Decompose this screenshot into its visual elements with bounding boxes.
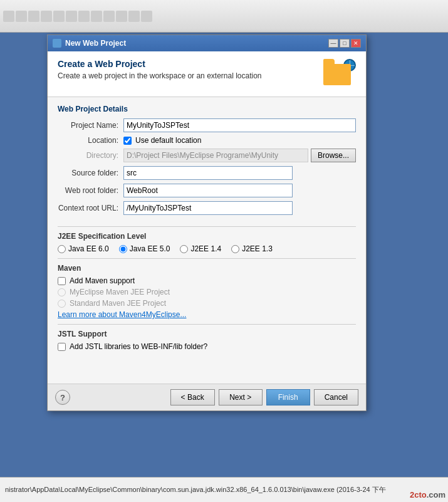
web-root-label: Web root folder: xyxy=(58,186,123,195)
cancel-button[interactable]: Cancel xyxy=(314,389,358,405)
standard-maven-row: Standard Maven JEE Project xyxy=(58,299,356,308)
toolbar-icon-2[interactable] xyxy=(16,11,27,22)
location-row: Location: Use default location xyxy=(58,136,356,145)
j2ee-label-j2ee14: J2EE 1.4 xyxy=(190,244,221,253)
web-root-input[interactable] xyxy=(123,184,293,197)
jstl-section-title: JSTL Support xyxy=(58,330,356,338)
toolbar-icon-10[interactable] xyxy=(116,11,127,22)
add-maven-label: Add Maven support xyxy=(70,276,135,285)
maven-section-title: Maven xyxy=(58,264,356,273)
dialog-footer: ? < Back Next > Finish Cancel xyxy=(48,384,366,410)
toolbar-icon-11[interactable] xyxy=(128,11,140,22)
toolbar xyxy=(0,0,448,33)
dialog-header-title: Create a Web Project xyxy=(58,59,262,69)
add-maven-checkbox[interactable] xyxy=(58,277,66,285)
context-root-row: Context root URL: xyxy=(58,201,356,215)
project-name-label: Project Name: xyxy=(58,121,123,130)
jstl-section: JSTL Support Add JSTL libraries to WEB-I… xyxy=(48,325,366,358)
toolbar-icon-8[interactable] xyxy=(91,11,102,22)
minimize-button[interactable]: — xyxy=(328,39,338,48)
footer-right: < Back Next > Finish Cancel xyxy=(170,389,358,405)
source-folder-row: Source folder: xyxy=(58,166,356,180)
myeclipse-maven-row: MyEclipse Maven JEE Project xyxy=(58,288,356,296)
j2ee-radio-j2ee13[interactable] xyxy=(231,245,239,253)
next-button[interactable]: Next > xyxy=(219,389,263,405)
dialog-title: New Web Project xyxy=(53,39,126,48)
finish-button[interactable]: Finish xyxy=(266,389,310,405)
standard-maven-label: Standard Maven JEE Project xyxy=(70,299,166,308)
new-web-project-dialog: New Web Project — □ ✕ Create a Web Proje… xyxy=(47,34,367,411)
myeclipse-maven-label: MyEclipse Maven JEE Project xyxy=(70,288,170,296)
toolbar-icon-1[interactable] xyxy=(3,11,14,22)
j2ee-option-ee5[interactable]: Java EE 5.0 xyxy=(119,244,170,253)
browse-button[interactable]: Browse... xyxy=(311,149,356,162)
web-root-row: Web root folder: xyxy=(58,184,356,197)
toolbar-icon-3[interactable] xyxy=(28,11,39,22)
back-button[interactable]: < Back xyxy=(170,389,215,405)
add-maven-row: Add Maven support xyxy=(58,276,356,285)
j2ee-section: J2EE Specification Level Java EE 6.0 Jav… xyxy=(48,227,366,258)
standard-maven-radio[interactable] xyxy=(58,300,66,308)
learn-more-link[interactable]: Learn more about Maven4MyEclipse... xyxy=(58,310,186,319)
j2ee-option-j2ee13[interactable]: J2EE 1.3 xyxy=(231,244,273,253)
directory-input-group: Browse... xyxy=(123,149,356,162)
use-default-label: Use default location xyxy=(135,136,201,145)
toolbar-icon-9[interactable] xyxy=(103,11,115,22)
dialog-title-icon xyxy=(53,39,61,48)
web-project-details-title: Web Project Details xyxy=(58,105,356,113)
project-name-input[interactable] xyxy=(123,118,356,132)
maven-section: Maven Add Maven support MyEclipse Maven … xyxy=(48,259,366,324)
j2ee-radio-j2ee14[interactable] xyxy=(180,245,188,253)
context-root-input[interactable] xyxy=(123,201,293,215)
toolbar-icon-12[interactable] xyxy=(141,11,152,22)
watermark-text: 2cto xyxy=(410,490,427,499)
toolbar-icon-4[interactable] xyxy=(41,11,52,22)
form-section: Web Project Details Project Name: Locati… xyxy=(48,97,366,226)
add-jstl-row: Add JSTL libraries to WEB-INF/lib folder… xyxy=(58,342,356,351)
j2ee-option-ee6[interactable]: Java EE 6.0 xyxy=(58,244,109,253)
watermark: 2cto.com xyxy=(410,488,445,501)
toolbar-icon-6[interactable] xyxy=(66,11,77,22)
statusbar: nistrator\AppData\Local\MyEclipse\Common… xyxy=(0,477,448,502)
project-name-row: Project Name: xyxy=(58,118,356,132)
j2ee-label-ee6: Java EE 6.0 xyxy=(68,244,109,253)
j2ee-section-title: J2EE Specification Level xyxy=(58,232,356,241)
use-default-checkbox[interactable] xyxy=(123,137,132,145)
titlebar-buttons: — □ ✕ xyxy=(328,39,361,48)
dialog-title-text: New Web Project xyxy=(65,39,126,48)
statusbar-path: nistrator\AppData\Local\MyEclipse\Common… xyxy=(5,485,386,494)
j2ee-label-j2ee13: J2EE 1.3 xyxy=(242,244,273,253)
context-root-label: Context root URL: xyxy=(58,204,123,212)
add-jstl-label: Add JSTL libraries to WEB-INF/lib folder… xyxy=(70,342,207,351)
source-folder-input[interactable] xyxy=(123,166,293,180)
directory-input xyxy=(123,149,308,162)
dialog-titlebar: New Web Project — □ ✕ xyxy=(48,35,366,51)
source-folder-label: Source folder: xyxy=(58,169,123,177)
help-button[interactable]: ? xyxy=(55,390,70,405)
dialog-header: Create a Web Project Create a web projec… xyxy=(48,51,366,97)
use-default-location-row: Use default location xyxy=(123,136,201,145)
location-label: Location: xyxy=(58,136,123,145)
footer-left: ? xyxy=(55,390,70,405)
watermark-suffix: .com xyxy=(427,490,445,499)
dialog-header-text: Create a Web Project Create a web projec… xyxy=(58,59,262,80)
myeclipse-maven-radio[interactable] xyxy=(58,288,66,296)
add-jstl-checkbox[interactable] xyxy=(58,343,66,351)
directory-row: Directory: Browse... xyxy=(58,149,356,162)
toolbar-icon-5[interactable] xyxy=(53,11,65,22)
header-icon xyxy=(323,59,356,89)
j2ee-radio-group: Java EE 6.0 Java EE 5.0 J2EE 1.4 J2EE 1.… xyxy=(58,244,356,253)
dialog-header-subtitle: Create a web project in the workspace or… xyxy=(58,71,262,80)
folder-icon xyxy=(323,64,351,85)
j2ee-option-j2ee14[interactable]: J2EE 1.4 xyxy=(180,244,221,253)
j2ee-label-ee5: Java EE 5.0 xyxy=(130,244,170,253)
directory-label: Directory: xyxy=(58,151,123,160)
j2ee-radio-ee6[interactable] xyxy=(58,245,66,253)
toolbar-icon-7[interactable] xyxy=(78,11,90,22)
maximize-button[interactable]: □ xyxy=(340,39,350,48)
j2ee-radio-ee5[interactable] xyxy=(119,245,127,253)
close-button[interactable]: ✕ xyxy=(351,39,361,48)
